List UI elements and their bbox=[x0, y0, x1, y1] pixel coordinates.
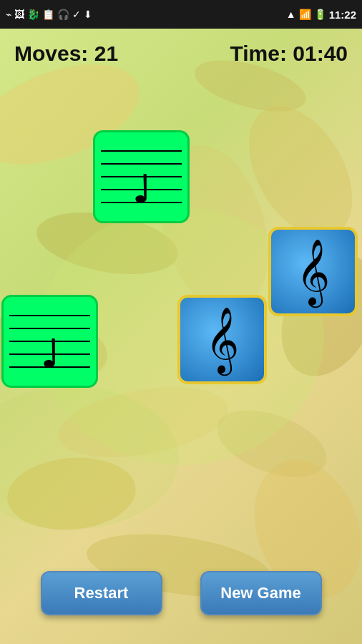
usb-icon: ⌁ bbox=[6, 9, 11, 20]
photo-icon: 🖼 bbox=[14, 9, 24, 20]
card-blue-1[interactable]: 𝄞 bbox=[177, 295, 267, 384]
note-symbol-2: ♩ bbox=[41, 336, 59, 373]
note-symbol-1: ♩ bbox=[132, 171, 150, 208]
wifi-icon: ▲ bbox=[286, 9, 296, 20]
status-icons-left: ⌁ 🖼 🐉 📋 🎧 ✓ ⬇ bbox=[6, 9, 92, 20]
download-icon: ⬇ bbox=[84, 9, 92, 20]
card-green-1[interactable]: ♩ bbox=[93, 130, 190, 223]
status-bar: ⌁ 🖼 🐉 📋 🎧 ✓ ⬇ ▲ 📶 🔋 11:22 bbox=[0, 0, 362, 29]
clock-display: 11:22 bbox=[329, 9, 356, 21]
staff-line bbox=[101, 150, 182, 152]
battery-icon: 🔋 bbox=[314, 9, 326, 20]
new-game-button[interactable]: New Game bbox=[200, 571, 322, 615]
staff-container-1: ♩ bbox=[95, 132, 187, 221]
cards-area: ♩ ♩ 𝄞 𝄞 bbox=[0, 73, 362, 474]
card-blue-2[interactable]: 𝄞 bbox=[268, 227, 358, 316]
treble-clef-symbol-1: 𝄞 bbox=[205, 311, 239, 369]
status-icons-right: ▲ 📶 🔋 11:22 bbox=[286, 9, 356, 21]
headphone-icon: 🎧 bbox=[57, 9, 69, 20]
staff-line bbox=[101, 163, 182, 165]
staff-line bbox=[9, 315, 90, 316]
treble-clef-symbol-2: 𝄞 bbox=[296, 243, 330, 301]
signal-icon: 📶 bbox=[299, 9, 311, 20]
staff-line bbox=[9, 328, 90, 329]
moves-display: Moves: 21 bbox=[14, 42, 118, 66]
time-display: Time: 01:40 bbox=[230, 42, 348, 66]
restart-button[interactable]: Restart bbox=[41, 571, 162, 615]
buttons-row: Restart New Game bbox=[0, 571, 362, 615]
sd-icon: 📋 bbox=[42, 9, 54, 20]
staff-container-2: ♩ bbox=[4, 297, 96, 386]
card-green-2[interactable]: ♩ bbox=[1, 295, 98, 388]
check-icon: ✓ bbox=[72, 9, 81, 20]
game-content: Moves: 21 Time: 01:40 ♩ bbox=[0, 29, 362, 644]
app-icon: 🐉 bbox=[27, 9, 39, 20]
score-row: Moves: 21 Time: 01:40 bbox=[0, 29, 362, 73]
